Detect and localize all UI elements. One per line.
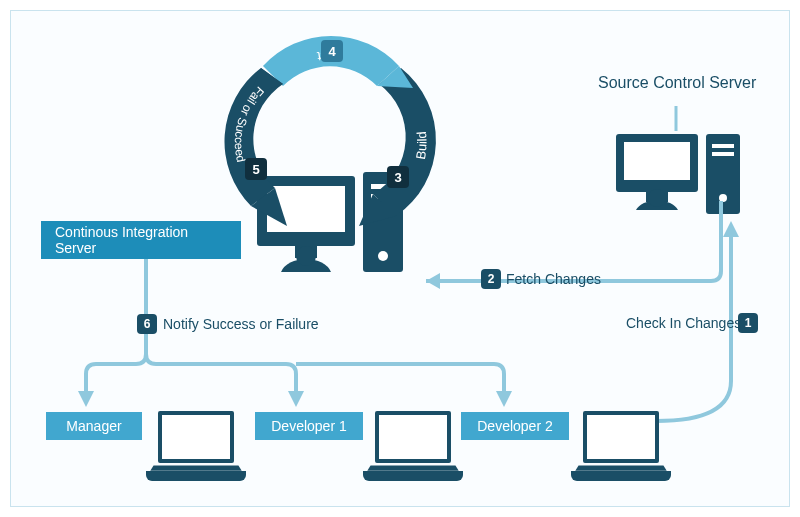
svg-text:4: 4 <box>328 44 336 59</box>
role-dev2: Developer 2 <box>461 412 569 440</box>
svg-rect-6 <box>712 144 734 148</box>
cycle-arrows: Build Test Fail or Succeed 3 4 5 <box>201 26 461 276</box>
svg-marker-32 <box>78 391 94 407</box>
laptop-icon <box>571 411 671 481</box>
svg-marker-33 <box>288 391 304 407</box>
step-label-1: Check In Changes <box>626 315 741 331</box>
source-control-label: Source Control Server <box>598 74 756 92</box>
svg-text:5: 5 <box>252 162 259 177</box>
svg-point-8 <box>719 194 727 202</box>
svg-point-4 <box>648 189 666 207</box>
step-badge-6: 6 <box>137 314 157 334</box>
step-label-6: Notify Success or Failure <box>163 316 319 332</box>
svg-rect-7 <box>712 152 734 156</box>
diagram-frame: Source Control Server Continous Integrat… <box>10 10 790 507</box>
role-dev1: Developer 1 <box>255 412 363 440</box>
role-manager: Manager <box>46 412 142 440</box>
svg-text:Build: Build <box>413 131 430 161</box>
svg-marker-34 <box>496 391 512 407</box>
laptop-icon <box>146 411 246 481</box>
notify-arrows <box>66 259 566 419</box>
svg-rect-2 <box>624 142 690 180</box>
svg-marker-31 <box>723 221 739 237</box>
laptop-icon <box>363 411 463 481</box>
svg-text:3: 3 <box>394 170 401 185</box>
workstation-icon <box>606 106 756 226</box>
